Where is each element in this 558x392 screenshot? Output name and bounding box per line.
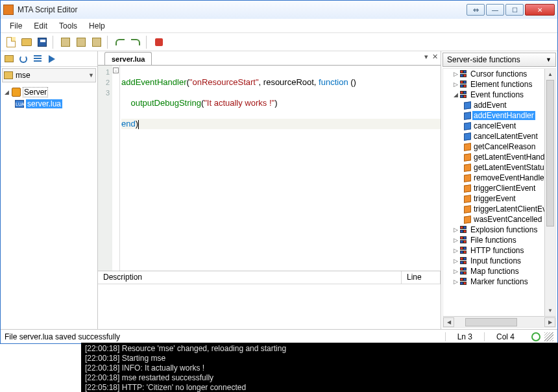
redo-button[interactable] <box>129 36 142 49</box>
reload-icon <box>19 55 27 63</box>
server-icon <box>12 88 21 97</box>
tree-node-file[interactable]: LUA server.lua <box>2 98 96 110</box>
resize-grip[interactable] <box>544 332 553 341</box>
console-line: [22:00:18] Starting mse <box>85 354 165 363</box>
horizontal-scrollbar[interactable]: ◀ ▶ <box>443 316 555 327</box>
menu-edit[interactable]: Edit <box>29 20 53 32</box>
list-icon <box>34 55 42 63</box>
func-getCancelReason[interactable]: getCancelReason <box>443 141 555 152</box>
expand-icon[interactable]: ▷ <box>452 237 459 243</box>
category-marker[interactable]: ▷Marker functions <box>443 276 555 287</box>
help-button[interactable]: ⇔ <box>467 4 485 16</box>
func-addEvent[interactable]: addEvent <box>443 100 555 110</box>
collapse-icon[interactable]: ◢ <box>3 89 10 95</box>
category-cursor[interactable]: ▷Cursor functions <box>443 69 555 79</box>
func-wasEventCancelled[interactable]: wasEventCancelled <box>443 214 555 225</box>
editor-pane: server.lua ▾ ✕ 123 - addEventHandler("on… <box>98 51 441 329</box>
category-icon <box>460 236 468 244</box>
menu-help[interactable]: Help <box>84 20 110 32</box>
func-cancelLatentEvent[interactable]: cancelLatentEvent <box>443 131 555 141</box>
project-reload-button[interactable] <box>18 53 29 65</box>
project-open-button[interactable] <box>3 53 15 65</box>
fold-toggle[interactable]: - <box>113 67 119 73</box>
category-icon <box>460 91 468 99</box>
category-icon <box>460 70 468 78</box>
menu-file[interactable]: File <box>5 20 27 32</box>
copy-icon <box>77 38 86 47</box>
function-icon <box>464 112 471 120</box>
function-icon <box>464 195 471 203</box>
code-editor[interactable]: 123 - addEventHandler("onResourceStart",… <box>98 66 441 271</box>
file-tree[interactable]: ◢ Server LUA server.lua <box>1 84 97 329</box>
functions-tree[interactable]: ▷Cursor functions ▷Element functions ◢Ev… <box>443 68 556 328</box>
functions-filter-combo[interactable]: Server-side functions ▼ <box>443 53 556 67</box>
function-icon <box>464 215 471 224</box>
console-line: [22:00:18] Resource 'mse' changed, reloa… <box>85 344 286 353</box>
column-header-description[interactable]: Description <box>98 271 402 284</box>
tree-node-server[interactable]: ◢ Server <box>2 86 96 98</box>
expand-icon[interactable]: ▷ <box>452 278 459 285</box>
project-name: mse <box>16 71 30 80</box>
category-icon <box>460 80 468 88</box>
category-file[interactable]: ▷File functions <box>443 235 555 245</box>
expand-icon[interactable]: ▷ <box>452 71 459 77</box>
category-http[interactable]: ▷HTTP functions <box>443 245 555 256</box>
undo-icon <box>115 39 125 45</box>
save-file-button[interactable] <box>36 36 49 49</box>
func-getLatentEventHandles[interactable]: getLatentEventHand <box>443 152 555 162</box>
copy-button[interactable] <box>75 36 88 49</box>
project-selector[interactable]: mse ▼ <box>2 68 96 82</box>
func-triggerClientEvent[interactable]: triggerClientEvent <box>443 183 555 193</box>
column-header-line[interactable]: Line <box>402 271 441 284</box>
open-file-button[interactable] <box>20 36 33 49</box>
func-cancelEvent[interactable]: cancelEvent <box>443 121 555 131</box>
maximize-button[interactable]: ☐ <box>505 4 524 16</box>
cut-button[interactable] <box>59 36 72 49</box>
paste-button[interactable] <box>90 36 103 49</box>
function-icon <box>464 164 471 172</box>
category-explosion[interactable]: ▷Explosion functions <box>443 225 555 235</box>
project-run-button[interactable] <box>46 53 58 65</box>
titlebar[interactable]: MTA Script Editor ⇔ — ☐ ✕ <box>1 1 557 19</box>
menu-tools[interactable]: Tools <box>54 20 82 32</box>
expand-icon[interactable]: ▷ <box>452 268 459 275</box>
func-getLatentEventStatus[interactable]: getLatentEventStatu <box>443 162 555 173</box>
category-input[interactable]: ▷Input functions <box>443 256 555 266</box>
func-addEventHandler[interactable]: addEventHandler <box>443 110 555 121</box>
project-pane: mse ▼ ◢ Server LUA server.lua <box>1 51 98 329</box>
expand-icon[interactable]: ▷ <box>452 227 459 233</box>
stop-icon <box>155 38 163 46</box>
undo-button[interactable] <box>114 36 127 49</box>
scroll-thumb[interactable] <box>465 318 517 326</box>
scroll-left-button[interactable]: ◀ <box>443 317 454 327</box>
expand-icon[interactable]: ▷ <box>452 258 459 264</box>
new-file-button[interactable] <box>5 36 18 49</box>
collapse-icon[interactable]: ◢ <box>452 92 459 98</box>
scroll-down-button[interactable]: ▼ <box>545 305 555 316</box>
func-triggerLatentClientEvent[interactable]: triggerLatentClientEv <box>443 204 555 214</box>
project-list-button[interactable] <box>32 53 43 65</box>
main-window: MTA Script Editor ⇔ — ☐ ✕ File Edit Tool… <box>0 0 558 344</box>
expand-icon[interactable]: ▷ <box>452 81 459 88</box>
category-element[interactable]: ▷Element functions <box>443 79 555 90</box>
vertical-scrollbar[interactable]: ▲ ▼ <box>544 69 555 316</box>
close-button[interactable]: ✕ <box>525 4 555 16</box>
tab-menu-button[interactable]: ▾ <box>424 53 428 61</box>
fold-column[interactable]: - <box>112 66 120 271</box>
scroll-thumb[interactable] <box>546 80 554 227</box>
func-triggerEvent[interactable]: triggerEvent <box>443 193 555 204</box>
tab-close-button[interactable]: ✕ <box>432 53 438 61</box>
scroll-up-button[interactable]: ▲ <box>545 69 555 80</box>
stop-button[interactable] <box>152 36 165 49</box>
func-removeEventHandler[interactable]: removeEventHandler <box>443 173 555 183</box>
scroll-right-button[interactable]: ▶ <box>544 317 555 327</box>
code-area[interactable]: addEventHandler("onResourceStart", resou… <box>120 66 441 271</box>
category-event[interactable]: ◢Event functions <box>443 90 555 100</box>
chevron-down-icon: ▼ <box>88 72 94 79</box>
expand-icon[interactable]: ▷ <box>452 247 459 254</box>
category-map[interactable]: ▷Map functions <box>443 266 555 276</box>
minimize-button[interactable]: — <box>486 4 504 16</box>
tab-server-lua[interactable]: server.lua <box>104 52 152 65</box>
project-toolbar <box>1 51 97 67</box>
statusbar: File server.lua saved successfully Ln 3 … <box>1 329 557 343</box>
